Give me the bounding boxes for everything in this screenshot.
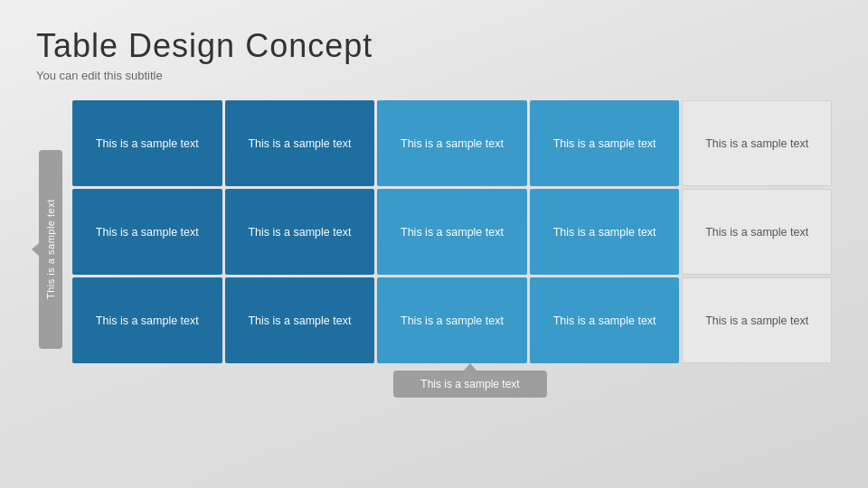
slide-subtitle: You can edit this subtitle bbox=[36, 69, 832, 82]
table-cell: This is a sample text bbox=[530, 189, 680, 275]
table-cell: This is a sample text bbox=[530, 277, 680, 363]
slide-title: Table Design Concept bbox=[36, 27, 832, 65]
table-grid: This is a sample textThis is a sample te… bbox=[72, 100, 832, 363]
vertical-label-wrapper: This is a sample text bbox=[36, 100, 65, 398]
table-cell: This is a sample text bbox=[225, 277, 375, 363]
table-cell: This is a sample text bbox=[377, 277, 527, 363]
table-cell: This is a sample text bbox=[682, 189, 832, 275]
table-cell: This is a sample text bbox=[377, 189, 527, 275]
table-cell: This is a sample text bbox=[72, 189, 222, 275]
table-cell: This is a sample text bbox=[72, 100, 222, 186]
table-cell: This is a sample text bbox=[72, 277, 222, 363]
table-cell: This is a sample text bbox=[682, 277, 832, 363]
table-cell: This is a sample text bbox=[225, 100, 375, 186]
table-cell: This is a sample text bbox=[682, 100, 832, 186]
bottom-label-wrapper: This is a sample text bbox=[72, 371, 832, 398]
table-area: This is a sample text This is a sample t… bbox=[36, 100, 832, 398]
vertical-label: This is a sample text bbox=[39, 150, 62, 349]
table-cell: This is a sample text bbox=[377, 100, 527, 186]
slide: Table Design Concept You can edit this s… bbox=[0, 0, 868, 488]
table-cell: This is a sample text bbox=[225, 189, 375, 275]
bottom-label: This is a sample text bbox=[393, 371, 546, 398]
table-cell: This is a sample text bbox=[530, 100, 680, 186]
